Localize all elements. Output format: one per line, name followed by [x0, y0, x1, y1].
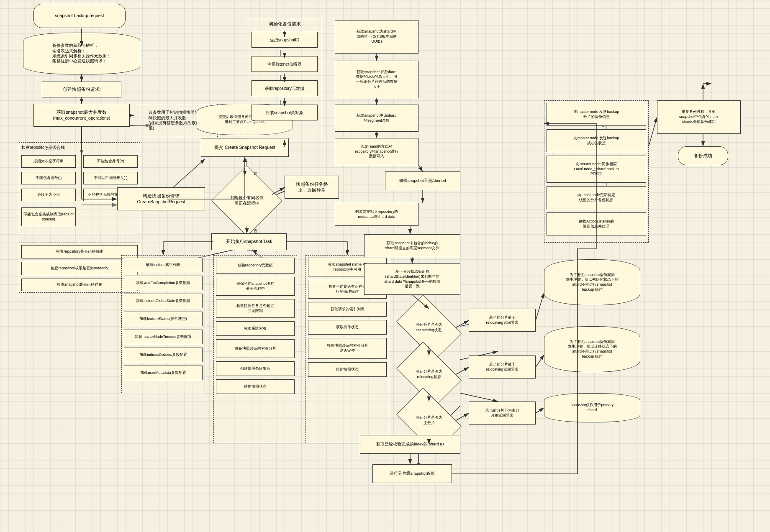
send-backup-success: 向master node 发送backup成功的状态 [547, 129, 646, 152]
params-analysis-label: 备份参数的获取与解析； 索引表达式解析； 系统索引同步相关操作元数据； 集群注册… [52, 43, 111, 64]
add-master-timeout: 加载masterNodeTimeout参数配置 [124, 330, 203, 344]
submit-create-label: 提交 Create Snapshot Request [214, 145, 275, 151]
verify-recovering-node: 验证分片是否为recovering状态 [402, 309, 456, 346]
repeat-process-label: 重复备份过程，直至 snapshot中包含的index shards全部备份成功 [679, 110, 719, 124]
primary-only-label: snapshot仅作用于primary shard [571, 403, 614, 412]
param-note-label: 该参数用于控制拍摄快照与删 除快照的最大并发数 (如果没有指定参数则为默认 值) [149, 110, 203, 130]
rule5: 必须全为小写 [21, 189, 76, 201]
get-shard-status: 获取插件状态 [308, 320, 387, 335]
do-shard-snapshot-node: 进行分片级snapshot备份 [372, 464, 452, 483]
check-snapshot-exists: 检查snapshot是否已经存在 [21, 279, 138, 291]
stream-import-node: 以Stream的方式对 repository的snapshot进行 数据导入 [335, 138, 418, 165]
submit-create-node: 提交 Create Snapshot Request [201, 138, 289, 157]
if-not-primary-node: 若当前分片不为主分 片则返回异常 [469, 402, 536, 425]
get-segment-count-node: 获取snapshot中该shard 的segment总数 [335, 105, 418, 132]
get-validated-shard-id-node: 获取已经校验完成的index的 shard ID [360, 435, 460, 454]
get-segment-files-node: 获取snapshot中包含的index的 shard所提交的底层segment文… [364, 234, 460, 257]
prepare-shards: 准备快照涉及的索引分片 [216, 339, 295, 358]
svg-line-19 [460, 393, 498, 402]
backup-success-label: 备份成功 [694, 153, 712, 159]
shard-state-check-label: 基于分片状态标识符 (shardStateIdentifier)来判断当前 sh… [384, 269, 440, 289]
get-validated-shard-id-label: 获取已经校验完成的index的 shard ID [376, 442, 444, 447]
send-backup-info: 向master node 发送backup分片的备份信息 [547, 103, 646, 126]
get-segment-count-label: 获取snapshot中该shard 的segment总数 [357, 113, 396, 123]
update-local-node: 向Local node更新特定快照的分片备份状态 [547, 186, 646, 209]
rule1: 必须为非空字符串 [21, 155, 76, 168]
avoid-conflict-1-label: 为了避免snapshot备份期间 发生冲突，所以初始化状态下的 shard不能进… [566, 273, 619, 292]
diagram-container: snapshot backup request 备份参数的获取与解析； 索引表达… [0, 0, 770, 532]
build-snapshot-entry: 创建快照条目集合 [216, 361, 295, 376]
svg-line-43 [418, 165, 423, 171]
if-not-primary-label: 若当前分片不为主分 片则返回异常 [485, 408, 519, 418]
check-concurrent-limit: 检查快照任务是否超过并发限制 [216, 299, 295, 318]
svg-line-50 [456, 320, 469, 327]
get-max-concurrent-label: 获取snapshot最大并发数 (max_concurrent_operatio… [53, 110, 110, 121]
get-blob-size-label: 获取snapshot中该shard 数据的blob的总大小、用 于标识分片还原后… [356, 70, 398, 90]
ensure-not-in-progress: 确保当前snapshot没有处于流程中 [216, 277, 295, 296]
svg-line-57 [536, 293, 544, 320]
no-label: 否 [254, 229, 257, 233]
if-relocating-2-node: 若当前分片处于 relocatiing返回异常 [469, 356, 536, 379]
seal-write-label: 封装需要写入repository的 metadata与shard data [355, 210, 398, 219]
ensure-not-aborted-label: 确保snapshot不是Aborted [399, 178, 446, 183]
gen-shard-uuid-label: 获取snapshot为shard生 成的唯一ID(7.6版本后使 UUID) [357, 29, 397, 44]
verify-primary-node: 验证分片是否为主分片 [402, 402, 456, 439]
if-relocating-1-label: 若当前分片处于 relocatiing返回异常 [486, 315, 518, 325]
do-shard-snapshot-label: 进行分片级snapshot备份 [390, 471, 435, 476]
get-blob-size-node: 获取snapshot中该shard 数据的blob的总大小、用 于标识分片还原后… [335, 61, 418, 98]
wrap-snapshot: 封装snapshot类对象 [252, 105, 318, 120]
left-exec-group: 解析indices索引列表 加载waitForCompletion参数配置 加载… [121, 255, 205, 393]
repeat-process-node: 重复备份过程，直至 snapshot中包含的index shards全部备份成功 [657, 100, 741, 134]
params-analysis-node: 备份参数的获取与解析； 索引表达式解析； 系统索引同步相关操作元数据； 集群注册… [23, 33, 140, 74]
primary-only-node: snapshot仅作用于primary shard [544, 393, 640, 422]
rule7: 不能包含空格或制表位(tabs or spaces) [21, 207, 76, 226]
start-label: snapshot backup request [55, 13, 104, 19]
add-user-metadata: 加载userMetadata参数配置 [124, 366, 203, 380]
start-exec-label: 开始执行snapshot Task [226, 239, 272, 245]
rule3: 不能包含逗号(,) [21, 172, 76, 184]
stream-import-label: 以Stream的方式对 repository的snapshot进行 数据导入 [355, 144, 398, 159]
get-index-list: 获取请求的索引列表 [308, 302, 387, 317]
running-exception-node: 快照备份任务终 止，返回异常 [285, 176, 339, 199]
verify-relocating-node: 验证分片是否为relocating状态 [402, 356, 456, 393]
add-feature-states: 加载featureStates(插件状态) [124, 312, 203, 326]
gen-snapshot-id: 生成snapshotID [252, 32, 318, 48]
check-repo-readonly: 检查repository权限是否为readonly [21, 262, 138, 275]
svg-line-55 [649, 117, 657, 146]
start-node: snapshot backup request [33, 4, 126, 28]
get-repo-meta: 获取repository元数据 [252, 80, 318, 96]
get-max-concurrent-node: 获取snapshot最大并发数 (max_concurrent_operatio… [33, 104, 130, 127]
create-snapshot-request-node: 创建快照备份请求; [42, 82, 121, 97]
svg-line-58 [536, 355, 544, 367]
build-create-request-node: 构造快照备份请求 CreateSnapshotRequest [117, 187, 205, 210]
ensure-not-aborted-node: 确保snapshot不是Aborted [385, 171, 460, 190]
add-indices-options: 加载indicesOptions参数配置 [124, 348, 203, 362]
check-repo-valid-label: 检查repository是否合规 [21, 145, 65, 150]
shard-state-check-node: 基于分片状态标识符 (shardStateIdentifier)来判断当前 sh… [364, 263, 460, 295]
register-listener: 注册listener侦听器 [252, 56, 318, 72]
add-include-global: 加载includeGlobalState参数配置 [124, 294, 203, 308]
gen-shard-uuid-node: 获取snapshot为shard生 成的唯一ID(7.6版本后使 UUID) [335, 20, 418, 54]
check-same-name-node: 判断是否有同名快照正在流程中 [222, 176, 272, 226]
verify-sys-index: 校验系统索引 [216, 321, 295, 336]
if-relocating-2-label: 若当前分片处于 relocatiing返回异常 [486, 362, 518, 372]
get-segment-files-label: 获取snapshot中包含的index的 shard所提交的底层segment文… [385, 241, 439, 251]
sync-local-backup: 向master node 同步相应Local node上shard backup… [547, 156, 646, 183]
master-actions-group: 向master node 发送backup分片的备份信息 向master nod… [544, 100, 649, 243]
svg-line-59 [536, 408, 544, 413]
maintain-snapshot: 维护快照状态 [216, 379, 295, 394]
svg-line-51 [456, 367, 469, 374]
center-exec-group: 校验repository元数据 确保当前snapshot没有处于流程中 检查快照… [213, 255, 297, 443]
avoid-conflict-2-node: 为了避免snapshot备份期间 发生冲突，所以迁移状态下的 shard不能进行… [544, 326, 640, 372]
start-exec-node: 开始执行snapshot Task [211, 233, 287, 250]
if-relocating-1-node: 若当前分片处于 relocatiing返回异常 [469, 309, 536, 332]
create-snapshot-label: 创建快照备份请求; [63, 87, 101, 92]
init-backup-title: 初始化备份请求 [247, 21, 322, 27]
backup-success-node: 备份成功 [678, 146, 728, 165]
action-listener: 接收ActionListener的返回信息并处理 [547, 212, 646, 235]
running-exception-label: 快照备份任务终 止，返回异常 [296, 182, 328, 193]
verify-repo-count: 校验repository元数据 [216, 258, 295, 274]
svg-line-52 [456, 413, 469, 420]
seal-write-node: 封装需要写入repository的 metadata与shard data [335, 203, 418, 226]
add-wait-completion: 加载waitForCompletion参数配置 [124, 276, 203, 290]
